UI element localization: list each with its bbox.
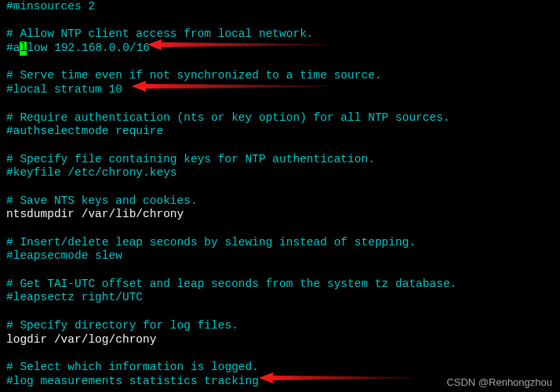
editor-line: #minsources 2 (6, 0, 554, 14)
editor-line: # Specify file containing keys for NTP a… (6, 153, 554, 167)
editor-line: # Allow NTP client access from local net… (6, 27, 554, 42)
editor-line: # Require authentication (nts or key opt… (6, 111, 554, 125)
editor-line: #leapsecmode slew (6, 249, 554, 263)
editor-line (6, 97, 554, 111)
watermark: CSDN @Renhongzhou (446, 376, 552, 389)
editor-line (6, 222, 554, 236)
editor-line: # Specify directory for log files. (6, 319, 554, 333)
editor-line: # Insert/delete leap seconds by slewing … (6, 236, 554, 250)
editor-line (6, 263, 554, 278)
editor-line: logdir /var/log/chrony (6, 333, 554, 347)
editor-line: #keyfile /etc/chrony.keys (6, 166, 554, 180)
editor-line (6, 180, 554, 194)
editor-line (6, 14, 554, 28)
editor-line: # Select which information is logged. (6, 361, 554, 375)
editor-line: #authselectmode require (6, 125, 554, 139)
editor-line (6, 347, 554, 361)
text-before-cursor: #a (6, 42, 20, 54)
editor-line: ntsdumpdir /var/lib/chrony (6, 208, 554, 222)
editor-line: # Get TAI-UTC offset and leap seconds fr… (6, 278, 554, 292)
editor-line: #allow 192.168.0.0/16 (6, 42, 554, 56)
editor-line: #local stratum 10 (6, 83, 554, 97)
editor-line: #leapsectz right/UTC (6, 291, 554, 305)
editor-line: # Serve time even if not synchronized to… (6, 69, 554, 83)
text-after-cursor: low 192.168.0.0/16 (27, 42, 150, 54)
editor-line (6, 139, 554, 153)
editor-line (6, 305, 554, 319)
editor-line: # Save NTS keys and cookies. (6, 194, 554, 209)
terminal-editor[interactable]: #minsources 2 # Allow NTP client access … (6, 0, 554, 392)
editor-line (6, 56, 554, 70)
